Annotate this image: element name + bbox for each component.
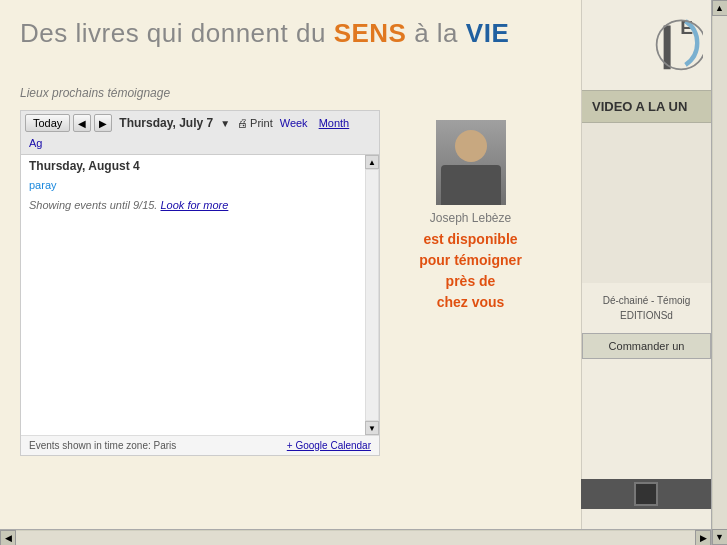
- person-photo: [436, 120, 506, 205]
- month-view-button[interactable]: Month: [315, 115, 354, 131]
- video-content-area: [582, 123, 711, 283]
- bottom-icon: [634, 482, 658, 506]
- scroll-left-button[interactable]: ◀: [0, 530, 16, 546]
- prev-nav-button[interactable]: ◀: [73, 114, 91, 132]
- person-section: Joseph Lebèze est disponible pour témoig…: [370, 120, 571, 313]
- editions-label: EDITIONSd: [590, 310, 703, 321]
- person-desc-line1: est disponible: [370, 229, 571, 250]
- book-title: Dé-chainé - Témoig: [590, 291, 703, 310]
- next-nav-button[interactable]: ▶: [94, 114, 112, 132]
- right-panel: E VIDEO A LA UN Dé-chainé - Témoig EDITI…: [581, 0, 711, 529]
- tagline-vie: VIE: [466, 18, 509, 48]
- commander-button[interactable]: Commander un: [582, 333, 711, 359]
- timezone-text: Events shown in time zone: Paris: [29, 440, 176, 451]
- printer-icon: 🖨: [237, 117, 248, 129]
- video-une-label: VIDEO A LA UN: [582, 90, 711, 123]
- print-button[interactable]: 🖨 Print: [237, 117, 273, 129]
- person-desc-line2: pour témoigner: [370, 250, 571, 271]
- right-panel-content: Dé-chainé - Témoig EDITIONSd: [582, 283, 711, 329]
- section-title: Lieux prochains témoignage: [0, 80, 581, 106]
- person-head: [455, 130, 487, 162]
- tagline-middle: à la: [406, 18, 465, 48]
- tagline-prefix: Des livres qui donnent du: [20, 18, 334, 48]
- look-for-more-link[interactable]: Look for more: [160, 199, 228, 211]
- scroll-down-button[interactable]: ▼: [712, 529, 728, 545]
- person-description: est disponible pour témoigner près de ch…: [370, 229, 571, 313]
- scroll-right-button[interactable]: ▶: [695, 530, 711, 546]
- calendar-toolbar: Today ◀ ▶ Thursday, July 7 ▼ 🖨 Print Wee…: [21, 111, 379, 155]
- calendar-footer: Events shown in time zone: Paris + Googl…: [21, 435, 379, 455]
- bottom-icons-area: [581, 479, 711, 509]
- logo-area: E: [582, 0, 711, 90]
- cal-scroll-down-btn[interactable]: ▼: [365, 421, 379, 435]
- calendar-widget: Today ◀ ▶ Thursday, July 7 ▼ 🖨 Print Wee…: [20, 110, 380, 456]
- agenda-view-button[interactable]: Ag: [25, 135, 46, 151]
- scroll-track-horizontal[interactable]: [16, 531, 695, 545]
- scroll-up-button[interactable]: ▲: [712, 0, 728, 16]
- person-photo-inner: [436, 120, 506, 205]
- main-content: Des livres qui donnent du SENS à la VIE …: [0, 0, 711, 529]
- scroll-track-vertical[interactable]: [713, 16, 727, 529]
- left-content: Lieux prochains témoignage Today ◀ ▶ Thu…: [0, 80, 581, 529]
- today-button[interactable]: Today: [25, 114, 70, 132]
- person-body-shape: [441, 165, 501, 205]
- calendar-showing-text: Showing events until 9/15. Look for more: [21, 193, 379, 217]
- google-calendar-link[interactable]: + Google Calendar: [287, 440, 371, 451]
- person-desc-line3: près de: [370, 271, 571, 292]
- calendar-day-header: Thursday, August 4: [21, 155, 379, 177]
- vertical-scrollbar: ▲ ▼: [711, 0, 727, 545]
- calendar-current-date: Thursday, July 7: [119, 116, 213, 130]
- person-desc-line4: chez vous: [370, 292, 571, 313]
- calendar-event[interactable]: paray: [21, 177, 379, 193]
- logo-svg: E: [633, 8, 703, 78]
- person-name: Joseph Lebèze: [370, 211, 571, 225]
- horizontal-scrollbar: ◀ ▶: [0, 529, 711, 545]
- print-label: Print: [250, 117, 273, 129]
- date-dropdown-arrow[interactable]: ▼: [220, 118, 230, 129]
- week-view-button[interactable]: Week: [276, 115, 312, 131]
- calendar-body[interactable]: Thursday, August 4 paray Showing events …: [21, 155, 379, 435]
- tagline-sens: SENS: [334, 18, 407, 48]
